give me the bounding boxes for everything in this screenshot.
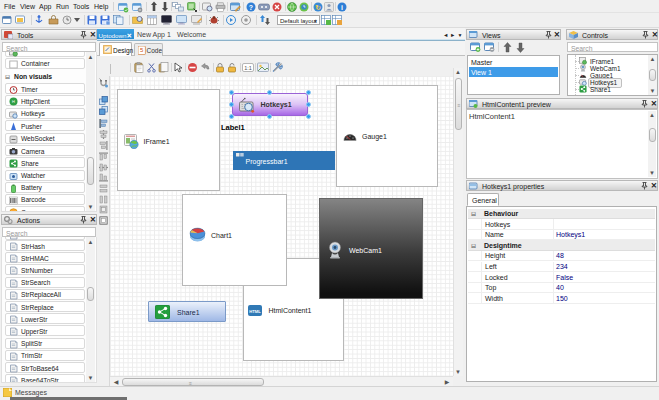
svg-text:↻: ↻ bbox=[315, 4, 321, 11]
svg-text:1:1: 1:1 bbox=[244, 65, 252, 71]
svg-text:HTML: HTML bbox=[249, 309, 261, 314]
svg-text:H: H bbox=[12, 99, 15, 104]
svg-text:?: ? bbox=[249, 4, 253, 11]
svg-text:i: i bbox=[341, 4, 343, 11]
